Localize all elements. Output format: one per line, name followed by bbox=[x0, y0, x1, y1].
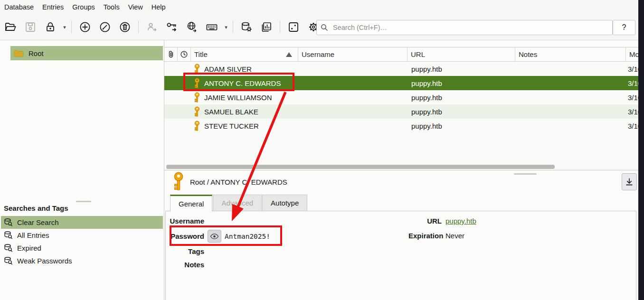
url-value-link[interactable]: puppy.htb bbox=[445, 217, 476, 225]
save-database-button[interactable] bbox=[21, 18, 39, 36]
key-icon bbox=[194, 106, 200, 117]
column-expiry[interactable] bbox=[178, 47, 191, 61]
column-username[interactable]: Username bbox=[298, 47, 407, 61]
entry-modified: 3/10 bbox=[626, 94, 639, 102]
entry-modified: 3/10 bbox=[626, 122, 639, 130]
horizontal-scrollbar[interactable] bbox=[166, 165, 636, 169]
menu-database[interactable]: Database bbox=[0, 3, 38, 11]
database-settings-button[interactable] bbox=[237, 18, 256, 36]
sidebar-splitter-grip[interactable] bbox=[76, 201, 91, 202]
menu-help[interactable]: Help bbox=[147, 3, 170, 11]
search-icon bbox=[321, 24, 328, 31]
entry-title: ADAM SILVER bbox=[204, 65, 252, 73]
toggle-password-visibility-button[interactable] bbox=[208, 230, 221, 243]
entry-title: STEVE TUCKER bbox=[204, 122, 259, 130]
column-attachments[interactable] bbox=[164, 47, 178, 61]
column-notes-label: Notes bbox=[519, 50, 537, 58]
perform-autotype-button[interactable] bbox=[203, 18, 221, 36]
sidebar-item-expired[interactable]: Expired bbox=[1, 242, 163, 254]
sidebar-item-clear-search[interactable]: Clear Search bbox=[1, 216, 163, 229]
sidebar-item-label: Clear Search bbox=[17, 218, 59, 226]
entry-url: puppy.htb bbox=[407, 122, 515, 130]
column-notes[interactable]: Notes bbox=[515, 47, 626, 61]
edit-entry-button[interactable] bbox=[96, 18, 114, 36]
database-reports-button[interactable] bbox=[257, 18, 275, 36]
database-search-icon bbox=[4, 218, 13, 227]
search-field[interactable] bbox=[316, 20, 613, 35]
lock-icon bbox=[44, 21, 57, 33]
entry-title: SAMUEL BLAKE bbox=[204, 108, 258, 116]
column-title-label: Title bbox=[194, 50, 208, 58]
scrollbar-handle[interactable] bbox=[166, 165, 555, 169]
tab-advanced-label: Advanced bbox=[221, 199, 253, 207]
help-button[interactable]: ? bbox=[613, 20, 635, 35]
copy-password-icon bbox=[166, 21, 178, 33]
menu-entries[interactable]: Entries bbox=[38, 3, 68, 11]
main-content: Root Searches and Tags Clear Search bbox=[0, 40, 644, 300]
table-row[interactable]: SAMUEL BLAKE puppy.htb 3/10 bbox=[164, 104, 639, 119]
toolbar-separator bbox=[280, 21, 280, 33]
attachments-download-button[interactable] bbox=[622, 173, 637, 190]
column-title[interactable]: Title bbox=[191, 47, 298, 61]
column-url[interactable]: URL bbox=[407, 47, 515, 61]
tab-general[interactable]: General bbox=[170, 195, 212, 211]
delete-entry-icon bbox=[119, 21, 131, 33]
sidebar-item-label: All Entries bbox=[17, 231, 49, 239]
toolbar-separator bbox=[138, 21, 139, 33]
copy-url-button[interactable] bbox=[183, 18, 201, 36]
copy-password-button[interactable] bbox=[163, 18, 181, 36]
menu-groups[interactable]: Groups bbox=[68, 3, 99, 11]
sidebar-item-all-entries[interactable]: All Entries bbox=[1, 229, 163, 242]
details-splitter-grip[interactable] bbox=[514, 173, 537, 175]
save-icon bbox=[24, 21, 37, 33]
expiration-value: Never bbox=[445, 232, 464, 240]
menu-tools[interactable]: Tools bbox=[99, 3, 124, 11]
add-entry-button[interactable] bbox=[76, 18, 94, 36]
sort-ascending-icon bbox=[286, 52, 292, 57]
sidebar-item-weak-passwords[interactable]: Weak Passwords bbox=[1, 254, 163, 267]
entry-table-header: Title Username URL Notes Modified bbox=[164, 47, 639, 62]
folder-icon bbox=[14, 49, 24, 57]
help-label: ? bbox=[622, 23, 626, 32]
delete-entry-button[interactable] bbox=[116, 18, 134, 36]
menu-view[interactable]: View bbox=[124, 3, 147, 11]
column-url-label: URL bbox=[411, 50, 425, 58]
lock-databases-button[interactable] bbox=[41, 18, 59, 36]
download-icon bbox=[625, 178, 634, 186]
dice-icon bbox=[287, 21, 300, 33]
lock-dropdown-caret[interactable]: ▾ bbox=[61, 24, 68, 30]
password-generator-button[interactable] bbox=[284, 18, 303, 36]
eye-icon bbox=[210, 233, 219, 240]
tab-advanced[interactable]: Advanced bbox=[213, 195, 262, 211]
searches-and-tags-header: Searches and Tags bbox=[4, 204, 68, 212]
column-modified[interactable]: Modified bbox=[626, 47, 639, 61]
group-root[interactable]: Root bbox=[10, 46, 163, 60]
entry-breadcrumb: Root / ANTONY C. EDWARDS bbox=[190, 178, 287, 186]
autotype-dropdown-caret[interactable]: ▾ bbox=[223, 24, 229, 30]
table-row[interactable]: STEVE TUCKER puppy.htb 3/10 bbox=[164, 119, 639, 133]
details-tabs: General Advanced Autotype bbox=[170, 195, 308, 211]
column-username-label: Username bbox=[302, 50, 334, 58]
tab-general-label: General bbox=[179, 200, 204, 208]
table-row-selected[interactable]: ANTONY C. EDWARDS puppy.htb 3/10 bbox=[164, 76, 639, 90]
database-reports-icon bbox=[260, 21, 273, 33]
open-database-button[interactable] bbox=[1, 18, 19, 36]
key-icon bbox=[194, 92, 200, 103]
copy-username-button[interactable] bbox=[143, 18, 161, 36]
key-icon bbox=[194, 121, 200, 131]
entry-modified: 3/10 bbox=[626, 79, 639, 87]
key-icon bbox=[194, 64, 200, 74]
table-row[interactable]: ADAM SILVER puppy.htb 3/10 bbox=[164, 62, 639, 76]
keyboard-icon bbox=[206, 21, 218, 33]
search-input[interactable] bbox=[332, 23, 608, 32]
copy-username-icon bbox=[146, 21, 158, 33]
table-row[interactable]: JAMIE WILLIAMSON puppy.htb 3/10 bbox=[164, 90, 639, 104]
entry-title: ANTONY C. EDWARDS bbox=[204, 79, 281, 87]
menu-bar: Database Entries Groups Tools View Help bbox=[0, 0, 638, 14]
tab-autotype[interactable]: Autotype bbox=[262, 195, 307, 211]
entry-url: puppy.htb bbox=[407, 94, 515, 102]
general-tab-content bbox=[165, 211, 636, 300]
tags-label: Tags bbox=[166, 248, 204, 255]
notes-label: Notes bbox=[166, 261, 204, 269]
entry-key-icon bbox=[172, 172, 185, 191]
